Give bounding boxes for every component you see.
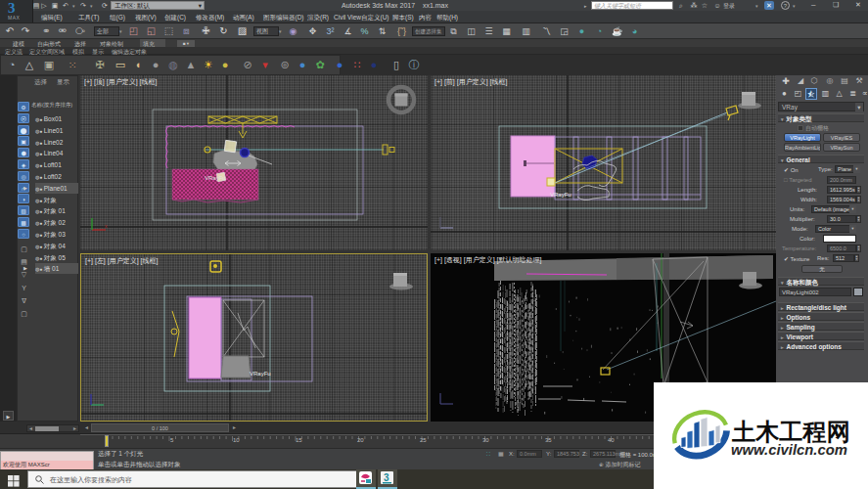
svg-text:3: 3	[384, 472, 389, 483]
svg-text:www.civilcn.com: www.civilcn.com	[731, 441, 847, 458]
svg-text:VRayFu: VRayFu	[250, 371, 271, 377]
svg-text:x: x	[105, 223, 108, 229]
svg-text:VRayFu: VRayFu	[205, 175, 226, 181]
svg-text:VRayFu: VRayFu	[550, 192, 571, 198]
